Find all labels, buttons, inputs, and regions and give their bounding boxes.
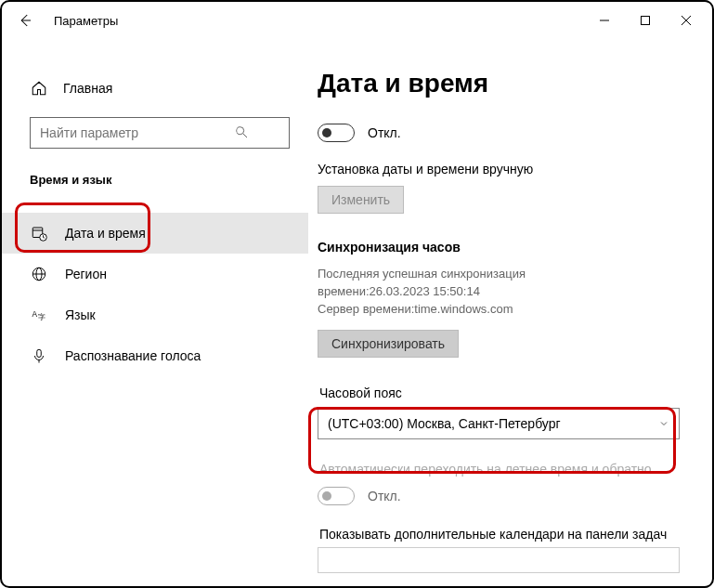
sidebar-item-label: Регион [65,267,107,281]
sidebar-item-date-time[interactable]: Дата и время [2,213,308,254]
auto-time-toggle[interactable] [318,124,355,142]
window-controls [584,7,707,34]
svg-rect-1 [642,17,650,25]
home-icon [30,80,48,97]
page-title: Дата и время [318,69,703,98]
window-title: Параметры [54,14,118,28]
svg-rect-16 [37,349,42,357]
home-link[interactable]: Главная [2,71,308,106]
sidebar-item-label: Язык [65,307,96,322]
arrow-left-icon [17,12,33,29]
sidebar-item-label: Дата и время [65,226,146,241]
extra-calendars-heading: Показывать дополнительные календари на п… [319,527,703,542]
svg-text:字: 字 [38,313,45,321]
search-input[interactable] [30,117,290,149]
minimize-icon [599,15,610,26]
sync-heading: Синхронизация часов [318,240,703,255]
settings-window: Параметры Главная Время и язык [0,0,714,588]
home-label: Главная [63,81,112,96]
sync-info: Последняя успешная синхронизация времени… [318,266,703,319]
calendar-clock-icon [30,225,48,242]
close-icon [681,15,692,26]
auto-time-row: Откл. [318,123,703,143]
nav-list: Дата и время Регион A字 Язык [2,213,308,376]
dst-row: Откл. [318,486,703,506]
minimize-button[interactable] [584,7,625,34]
maximize-button[interactable] [625,7,666,34]
sync-button[interactable]: Синхронизировать [318,330,459,358]
sync-server: Сервер времени:time.windows.com [318,301,703,319]
microphone-icon [30,347,48,364]
content: Главная Время и язык Дата и время [2,39,712,586]
category-heading: Время и язык [30,173,308,187]
search-wrap [30,117,286,149]
auto-time-state: Откл. [368,125,401,140]
sync-last-line2: времени:26.03.2023 15:50:14 [318,283,703,301]
maximize-icon [640,15,651,26]
timezone-heading: Часовой пояс [319,385,703,400]
close-button[interactable] [666,7,707,34]
dst-label: Автоматически переходить на летнее время… [319,462,703,477]
timezone-value: (UTC+03:00) Москва, Санкт-Петербург [328,416,561,431]
sidebar-item-speech[interactable]: Распознавание голоса [2,335,308,376]
titlebar: Параметры [2,2,712,39]
language-icon: A字 [30,307,48,323]
main-panel: Дата и время Откл. Установка даты и врем… [308,39,712,586]
change-button[interactable]: Изменить [318,186,404,214]
dst-toggle [318,487,355,505]
back-button[interactable] [11,7,39,34]
timezone-select[interactable]: (UTC+03:00) Москва, Санкт-Петербург [318,408,680,439]
globe-icon [30,266,48,282]
sync-last-line1: Последняя успешная синхронизация [318,266,703,283]
sidebar-item-region[interactable]: Регион [2,254,308,294]
sidebar-item-label: Распознавание голоса [65,348,201,363]
sidebar: Главная Время и язык Дата и время [2,39,308,586]
dst-state: Откл. [368,489,401,503]
extra-calendars-select[interactable] [318,547,680,573]
manual-date-label: Установка даты и времени вручную [318,162,703,176]
sidebar-item-language[interactable]: A字 Язык [2,294,308,335]
chevron-down-icon [658,418,669,429]
svg-text:A: A [32,310,38,319]
